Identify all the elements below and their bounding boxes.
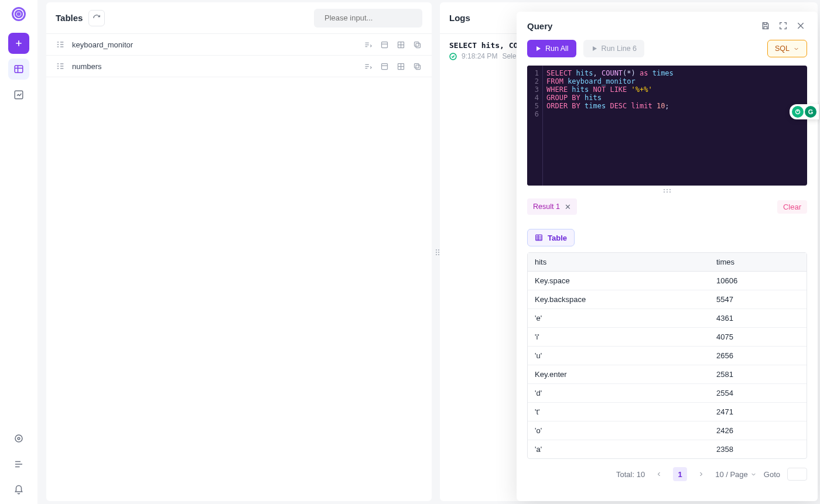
grammarly-icon[interactable]: G [805, 106, 816, 118]
pager-page[interactable]: 1 [673, 467, 687, 481]
cell-hits: 'u' [528, 347, 709, 365]
lang-select[interactable]: SQL [767, 40, 807, 57]
table-row[interactable]: 'e'4361 [528, 309, 807, 328]
close-icon[interactable] [794, 19, 807, 32]
table-icon [56, 40, 65, 49]
svg-rect-29 [536, 235, 542, 240]
chevron-down-icon [750, 471, 757, 478]
expand-icon[interactable] [777, 19, 790, 32]
save-icon[interactable] [759, 19, 772, 32]
query-icon[interactable] [363, 61, 373, 71]
chevron-down-icon [793, 46, 800, 52]
table-row[interactable]: 'a'2358 [528, 440, 807, 458]
editor-code[interactable]: SELECT hits, COUNT(*) as timesFROM keybo… [542, 66, 807, 186]
add-button[interactable] [8, 33, 29, 54]
table-row[interactable]: 'o'2426 [528, 421, 807, 440]
table-row[interactable]: 'u'2656 [528, 347, 807, 365]
schema-icon[interactable] [379, 61, 390, 71]
query-icon[interactable] [363, 39, 373, 50]
result-tab[interactable]: Result 1 ✕ [527, 198, 577, 215]
app-sidebar [0, 0, 37, 504]
copy-icon[interactable] [412, 61, 422, 71]
pager-total: Total: 10 [616, 470, 645, 479]
table-row[interactable]: Key.backspace5547 [528, 290, 807, 309]
query-panel: Query Run All Run Line 6 SQL 123456 SELE… [517, 12, 818, 501]
run-all-button[interactable]: Run All [527, 40, 576, 57]
run-line-button[interactable]: Run Line 6 [583, 40, 644, 57]
tables-title: Tables [56, 13, 83, 23]
query-header: Query [517, 12, 818, 40]
sidebar-item-notifications[interactable] [8, 479, 29, 500]
tables-search[interactable] [314, 9, 422, 28]
grid-icon[interactable] [395, 61, 406, 71]
lang-label: SQL [775, 44, 790, 53]
pagination: Total: 10 1 10 / Page Goto [517, 459, 818, 481]
grammarly-icon[interactable] [792, 106, 804, 118]
svg-rect-8 [381, 42, 387, 47]
sidebar-item-settings[interactable] [8, 428, 29, 449]
table-row[interactable]: Key.space10606 [528, 272, 807, 290]
result-tab-label: Result 1 [533, 203, 560, 211]
table-icon [535, 234, 543, 242]
result-tabs: Result 1 ✕ Clear [517, 195, 818, 215]
pager-size-select[interactable]: 10 / Page [715, 470, 757, 479]
panel-resize-handle[interactable] [432, 247, 443, 258]
table-row[interactable]: Key.enter2581 [528, 365, 807, 384]
column-header[interactable]: hits [528, 253, 709, 271]
tables-list: keyboard_monitor numbers [46, 34, 432, 77]
column-header[interactable]: times [709, 253, 807, 271]
svg-point-1 [15, 11, 22, 18]
table-row[interactable]: 't'2471 [528, 403, 807, 421]
pager-next[interactable] [694, 467, 708, 481]
cell-times: 2471 [709, 403, 807, 421]
run-all-label: Run All [545, 44, 569, 53]
svg-point-25 [669, 189, 671, 190]
view-mode-table[interactable]: Table [527, 229, 575, 246]
copy-icon[interactable] [412, 39, 422, 50]
cell-times: 10606 [709, 272, 807, 290]
svg-point-24 [667, 189, 668, 190]
cell-times: 2426 [709, 421, 807, 440]
result-table-head: hits times [528, 253, 807, 272]
cell-hits: Key.backspace [528, 290, 709, 308]
cell-times: 4361 [709, 309, 807, 327]
assistant-floaters: G [790, 104, 819, 119]
editor-resize-handle[interactable] [517, 187, 818, 195]
cell-hits: Key.enter [528, 365, 709, 383]
refresh-button[interactable] [88, 10, 105, 26]
pager-size-label: 10 / Page [715, 470, 748, 479]
logs-title: Logs [449, 13, 470, 23]
sidebar-item-collapse[interactable] [8, 454, 29, 475]
query-title: Query [527, 21, 552, 31]
check-icon [449, 53, 457, 60]
svg-point-2 [18, 13, 20, 15]
logs-time: 9:18:24 PM [462, 52, 497, 60]
schema-icon[interactable] [379, 39, 390, 50]
svg-rect-11 [414, 42, 419, 46]
sidebar-item-dashboards[interactable] [8, 84, 29, 105]
cell-times: 2656 [709, 347, 807, 365]
sidebar-item-tables[interactable] [8, 59, 29, 80]
pager-goto-input[interactable] [787, 468, 807, 481]
view-mode-label: Table [548, 234, 567, 242]
svg-point-18 [438, 249, 439, 251]
tables-search-input[interactable] [324, 13, 423, 22]
code-editor[interactable]: 123456 SELECT hits, COUNT(*) as timesFRO… [527, 66, 807, 186]
cell-hits: 't' [528, 403, 709, 421]
svg-point-17 [436, 249, 437, 251]
table-row[interactable]: keyboard_monitor [46, 34, 432, 56]
table-row[interactable]: 'd'2554 [528, 384, 807, 403]
table-row-actions [363, 39, 422, 50]
grid-icon[interactable] [395, 39, 406, 50]
app-logo [7, 2, 30, 26]
svg-point-23 [664, 189, 665, 190]
tables-panel: Tables keyboard_monitor numbers [46, 2, 432, 501]
clear-button[interactable]: Clear [777, 200, 807, 214]
table-row[interactable]: numbers [46, 56, 432, 77]
pager-prev[interactable] [652, 467, 666, 481]
svg-rect-10 [416, 43, 421, 48]
table-name: keyboard_monitor [72, 40, 356, 49]
table-row[interactable]: 'i'4075 [528, 328, 807, 347]
pager-goto-label: Goto [764, 470, 780, 479]
close-result-icon[interactable]: ✕ [565, 203, 571, 211]
